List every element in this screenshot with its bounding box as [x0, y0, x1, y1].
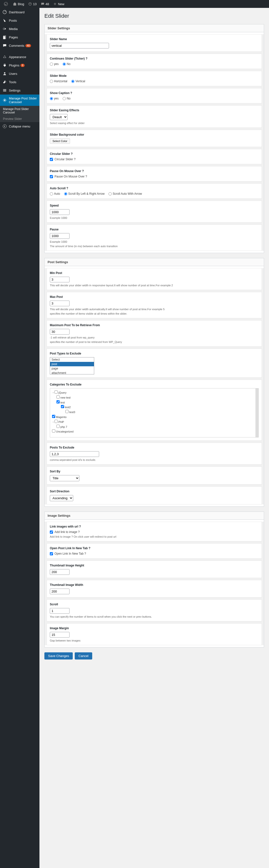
types-item-page[interactable]: page	[50, 366, 94, 371]
caption-yes[interactable]	[50, 97, 53, 100]
caption-label: Show Caption ?	[50, 91, 259, 95]
margin-input[interactable]	[50, 632, 70, 638]
easing-label: Slider Easing Effects	[50, 108, 259, 112]
wp-logo[interactable]	[2, 0, 11, 8]
types-item-attachment[interactable]: attachment	[50, 371, 94, 374]
svg-rect-4	[3, 36, 5, 39]
speed-help: Example 1000	[50, 216, 259, 219]
mode-label: Slider Mode	[50, 74, 259, 78]
sortdir-label: Sort Direction	[50, 490, 259, 493]
image-settings-header: Image Settings	[45, 512, 264, 520]
sortdir-select[interactable]: Ascending	[50, 495, 73, 501]
comments-count: 48	[46, 2, 49, 6]
pause-label: Pause	[50, 228, 259, 231]
maxretrieve-help2: specifies the number of post to be retri…	[50, 340, 259, 343]
circular-checkbox[interactable]	[50, 158, 53, 161]
continues-no[interactable]	[63, 63, 66, 66]
cat-newtest-cb[interactable]	[56, 395, 60, 399]
types-item-post[interactable]: post	[50, 362, 94, 366]
pause-help1: Example 1000	[50, 240, 259, 243]
sidebar-dashboard[interactable]: Dashboard	[0, 8, 39, 16]
scroll-help: You can specify the number of items to s…	[50, 615, 259, 618]
sidebar-tools[interactable]: Tools	[0, 78, 39, 86]
new-link[interactable]: New	[51, 0, 66, 8]
maxretrieve-help1: -1 will retrieve all post from wp_query	[50, 336, 259, 339]
tree-toggle[interactable]: −	[52, 420, 54, 425]
speed-input[interactable]	[50, 209, 70, 215]
cat-uncategorized-cb[interactable]	[52, 429, 55, 433]
cat-test2-cb[interactable]	[61, 405, 64, 408]
svg-point-5	[4, 72, 5, 73]
sidebar-settings[interactable]: Settings	[0, 86, 39, 95]
thumbw-input[interactable]	[50, 589, 70, 594]
svg-point-9	[4, 99, 5, 101]
maxpost-help2: specifies the number of items visible at…	[50, 312, 259, 315]
sidebar-sub-preview[interactable]: Preview Slider	[0, 116, 39, 122]
cat-test3-cb[interactable]	[65, 410, 69, 413]
continues-yes[interactable]	[50, 63, 53, 66]
save-button[interactable]: Save Changes	[44, 652, 73, 659]
sidebar-plugins[interactable]: Plugins6	[0, 61, 39, 69]
newtab-checkbox[interactable]	[50, 552, 53, 555]
pausehover-checkbox[interactable]	[50, 175, 53, 178]
margin-help: Gap between two images	[50, 639, 259, 642]
types-listbox[interactable]: Select post page attachment	[50, 357, 94, 374]
scroll-input[interactable]	[50, 608, 70, 614]
linkimg-checkbox[interactable]	[50, 530, 53, 534]
svg-rect-8	[3, 91, 6, 92]
minpost-input[interactable]	[50, 277, 70, 282]
easing-select[interactable]: Deault	[50, 114, 68, 120]
speed-label: Speed	[50, 204, 259, 207]
cat-test-cb[interactable]	[56, 400, 60, 403]
sidebar-posts[interactable]: Posts	[0, 16, 39, 25]
sidebar-comments[interactable]: Comments48	[0, 41, 39, 50]
mode-horizontal[interactable]	[50, 80, 53, 83]
autoscroll-auto[interactable]	[50, 192, 53, 195]
sidebar-users[interactable]: Users	[0, 69, 39, 78]
pausehover-label: Pause On Mouse Over ?	[50, 169, 259, 173]
sidebar-sub-manage[interactable]: Manage Post Slider Carousel	[0, 106, 39, 116]
scroll-label: Scroll	[50, 602, 259, 606]
comments-badge: 48	[25, 44, 31, 47]
slider-name-input[interactable]	[50, 43, 109, 49]
cat-php-cb[interactable]	[54, 420, 58, 423]
cancel-button[interactable]: Cancel	[75, 652, 92, 659]
bgcolor-label: Slider Background color	[50, 133, 259, 136]
autoscroll-lr[interactable]	[64, 192, 67, 195]
sortby-label: Sort By	[50, 470, 259, 473]
thumbw-label: Thumbnail Image Width	[50, 583, 259, 587]
exclude-input[interactable]	[50, 451, 99, 457]
newtab-label: Open Post Link In New Tab ?	[50, 547, 259, 550]
thumbh-label: Thumbnail Image Height	[50, 564, 259, 567]
sidebar-manage-slider[interactable]: Manage Post Slider Carousel	[0, 95, 39, 106]
cat-php7-cb[interactable]	[56, 425, 60, 428]
circular-label: Circular Slider ?	[50, 152, 259, 156]
sidebar-appearance[interactable]: Appearance	[0, 53, 39, 61]
maxretrieve-label: Maximum Post To be Retrieve From	[50, 323, 259, 327]
types-item-select[interactable]: Select	[50, 358, 94, 362]
site-name: Blog	[18, 2, 24, 6]
category-tree[interactable]: − jQuery new test test test2 test3	[50, 388, 259, 437]
comments-link[interactable]: 48	[39, 0, 51, 8]
thumbh-input[interactable]	[50, 569, 70, 575]
cat-magento-cb[interactable]	[52, 415, 55, 418]
sidebar-collapse[interactable]: Collapse menu	[0, 122, 39, 130]
mode-vertical[interactable]	[71, 80, 75, 83]
tree-toggle[interactable]: −	[52, 391, 54, 395]
updates-link[interactable]: 13	[26, 0, 38, 8]
sidebar-pages[interactable]: Pages	[0, 33, 39, 41]
continues-label: Continues Slider (Ticker) ?	[50, 57, 259, 60]
site-link[interactable]: Blog	[11, 0, 26, 8]
pause-input[interactable]	[50, 233, 70, 239]
cat-jquery-cb[interactable]	[54, 391, 58, 394]
maxretrieve-input[interactable]	[50, 329, 70, 335]
autoscroll-label: Auto Scroll ?	[50, 187, 259, 190]
bgcolor-button[interactable]: Select Color	[50, 138, 70, 144]
caption-no[interactable]	[63, 97, 66, 100]
tree-scrollbar[interactable]	[255, 389, 259, 437]
plugins-badge: 6	[21, 64, 25, 67]
sortby-select[interactable]: Title	[50, 475, 79, 481]
sidebar-media[interactable]: Media	[0, 25, 39, 33]
maxpost-input[interactable]	[50, 301, 70, 306]
autoscroll-autoarrow[interactable]	[108, 192, 112, 195]
